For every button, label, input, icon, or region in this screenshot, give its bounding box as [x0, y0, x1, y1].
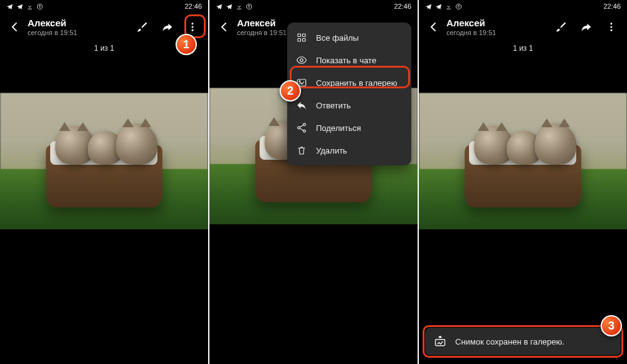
status-bar: B 22:46: [209, 0, 418, 13]
menu-label: Показать в чате: [316, 56, 376, 65]
svg-rect-10: [303, 39, 306, 42]
menu-delete[interactable]: Удалить: [287, 139, 411, 162]
contact-subtitle: сегодня в 19:51: [446, 29, 496, 36]
photo-kittens: [0, 93, 208, 229]
menu-reply[interactable]: Ответить: [287, 94, 411, 117]
action-group: [549, 15, 623, 39]
telegram-icon: [226, 3, 233, 10]
screen-1: B 22:46 Алексей сегодня в 19:51 1 из 1: [0, 0, 208, 364]
menu-label: Сохранить в галерею: [316, 78, 397, 88]
back-button[interactable]: [213, 16, 236, 38]
grid-icon: [296, 32, 307, 43]
screen-3: B 22:46 Алексей сегодня в 19:51 1 из 1: [419, 0, 627, 364]
status-left: B: [216, 3, 253, 10]
more-vert-icon: [606, 21, 617, 33]
status-time: 22:46: [603, 3, 621, 10]
app-bar: Алексей сегодня в 19:51: [419, 13, 627, 41]
status-left: B: [425, 3, 462, 10]
menu-save-to-gallery[interactable]: Сохранить в галерею: [287, 71, 411, 94]
svg-point-2: [192, 23, 194, 24]
brush-icon: [556, 21, 567, 33]
status-time: 22:46: [184, 3, 202, 10]
contact-name: Алексей: [446, 18, 496, 28]
menu-label: Ответить: [316, 101, 351, 110]
svg-text:B: B: [248, 4, 251, 8]
menu-label: Удалить: [316, 146, 347, 155]
eye-icon: [296, 55, 307, 66]
app-badge-icon: B: [36, 3, 43, 10]
badge-3: 3: [601, 315, 622, 336]
forward-icon: [581, 21, 592, 33]
context-menu: Все файлы Показать в чате Сохранить в га…: [287, 23, 411, 165]
menu-share[interactable]: Поделиться: [287, 117, 411, 139]
svg-text:B: B: [39, 4, 41, 8]
edit-button[interactable]: [549, 15, 573, 39]
status-left: B: [6, 3, 43, 10]
telegram-icon: [6, 3, 13, 10]
image-counter: 1 из 1: [419, 41, 627, 59]
toast-text: Снимок сохранен в галерею.: [455, 337, 564, 346]
svg-point-3: [192, 26, 194, 28]
svg-point-19: [611, 23, 613, 24]
telegram-icon: [216, 3, 223, 10]
contact-subtitle: сегодня в 19:51: [28, 29, 77, 36]
forward-button[interactable]: [155, 15, 179, 39]
telegram-icon: [16, 3, 23, 10]
arrow-left-icon: [218, 21, 231, 33]
image-saved-icon: [434, 335, 446, 348]
svg-rect-7: [298, 34, 301, 37]
title-block[interactable]: Алексей сегодня в 19:51: [237, 18, 287, 36]
reply-icon: [296, 100, 307, 111]
menu-all-files[interactable]: Все файлы: [287, 26, 411, 49]
status-bar: B 22:46: [0, 0, 208, 13]
svg-point-21: [611, 29, 613, 31]
svg-rect-8: [303, 34, 306, 37]
contact-name: Алексей: [28, 18, 77, 28]
contact-name: Алексей: [237, 18, 287, 28]
action-group: [130, 15, 204, 39]
telegram-icon: [435, 3, 442, 10]
badge-2: 2: [280, 80, 301, 101]
image-viewer[interactable]: [0, 59, 208, 364]
telegram-icon: [425, 3, 432, 10]
menu-label: Поделиться: [316, 123, 361, 133]
contact-subtitle: сегодня в 19:51: [237, 29, 287, 36]
app-badge-icon: B: [246, 3, 253, 10]
screen-2: B 22:46 Алексей сегодня в 19:51 Все файл…: [209, 0, 418, 364]
forward-icon: [162, 21, 173, 33]
svg-point-11: [300, 59, 303, 62]
arrow-left-icon: [428, 21, 440, 33]
trash-icon: [296, 145, 307, 156]
title-block[interactable]: Алексей сегодня в 19:51: [446, 18, 496, 36]
photo-kittens: [419, 93, 627, 229]
svg-rect-22: [436, 340, 445, 346]
forward-button[interactable]: [574, 15, 598, 39]
more-vert-icon: [187, 21, 198, 33]
badge-1: 1: [176, 34, 197, 55]
download-icon: [445, 3, 452, 10]
back-button[interactable]: [4, 16, 26, 38]
svg-point-4: [192, 29, 194, 31]
share-icon: [296, 122, 307, 133]
more-button[interactable]: [599, 15, 623, 39]
app-bar: Алексей сегодня в 19:51: [0, 13, 208, 41]
toast-saved: Снимок сохранен в галерею.: [425, 328, 621, 355]
brush-icon: [137, 21, 148, 33]
title-block[interactable]: Алексей сегодня в 19:51: [28, 18, 77, 36]
menu-show-in-chat[interactable]: Показать в чате: [287, 49, 411, 71]
download-icon: [236, 3, 243, 10]
svg-rect-9: [298, 39, 301, 42]
svg-point-13: [299, 81, 300, 82]
app-badge-icon: B: [455, 3, 462, 10]
download-icon: [26, 3, 33, 10]
menu-label: Все файлы: [316, 33, 359, 43]
status-bar: B 22:46: [419, 0, 627, 13]
svg-text:B: B: [458, 4, 460, 8]
image-viewer[interactable]: [419, 59, 627, 364]
arrow-left-icon: [9, 21, 21, 33]
status-time: 22:46: [394, 3, 411, 10]
edit-button[interactable]: [130, 15, 154, 39]
svg-point-20: [611, 26, 613, 28]
back-button[interactable]: [423, 16, 445, 38]
